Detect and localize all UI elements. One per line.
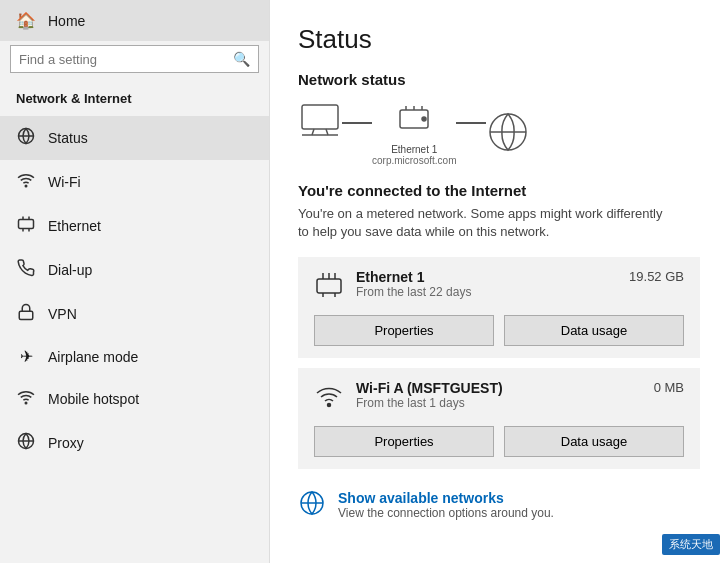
sidebar: 🏠 Home 🔍 Network & Internet Status Wi-Fi <box>0 0 270 563</box>
svg-line-15 <box>326 129 328 135</box>
page-title: Status <box>298 24 700 55</box>
ethernet1-properties-button[interactable]: Properties <box>314 315 494 346</box>
vpn-icon <box>16 303 36 325</box>
search-input[interactable] <box>19 52 233 67</box>
ethernet1-buttons: Properties Data usage <box>314 315 684 346</box>
sidebar-item-ethernet-label: Ethernet <box>48 218 101 234</box>
watermark: 系统天地 <box>662 534 720 555</box>
sidebar-item-vpn[interactable]: VPN <box>0 292 269 336</box>
network-diagram: Ethernet 1 corp.microsoft.com <box>298 102 700 166</box>
status-icon <box>16 127 36 149</box>
show-networks-sub: View the connection options around you. <box>338 506 554 520</box>
ethernet-icon <box>16 215 36 237</box>
connection-desc: You're on a metered network. Some apps m… <box>298 205 668 241</box>
sidebar-item-ethernet[interactable]: Ethernet <box>0 204 269 248</box>
wifi-a-data-usage-button[interactable]: Data usage <box>504 426 684 457</box>
svg-line-14 <box>312 129 314 135</box>
show-networks-icon <box>298 489 326 520</box>
ethernet1-sub: From the last 22 days <box>356 285 629 299</box>
show-networks-title: Show available networks <box>338 490 554 506</box>
svg-rect-8 <box>19 311 33 319</box>
net-line-1 <box>342 122 372 124</box>
wifi-a-data: 0 MB <box>654 380 684 395</box>
ethernet1-data-usage-button[interactable]: Data usage <box>504 315 684 346</box>
sidebar-item-vpn-label: VPN <box>48 306 77 322</box>
sidebar-item-status[interactable]: Status <box>0 116 269 160</box>
router-icon: Ethernet 1 corp.microsoft.com <box>372 102 456 166</box>
ethernet-card-icon <box>314 271 344 305</box>
net-line-2 <box>456 122 486 124</box>
ethernet-card: Ethernet 1 From the last 22 days 19.52 G… <box>298 257 700 358</box>
ethernet1-name: Ethernet 1 <box>356 269 629 285</box>
sidebar-item-airplane[interactable]: ✈ Airplane mode <box>0 336 269 377</box>
wifi-a-card: Wi-Fi A (MSFTGUEST) From the last 1 days… <box>298 368 700 469</box>
sidebar-home-button[interactable]: 🏠 Home <box>0 0 269 41</box>
sidebar-item-proxy[interactable]: Proxy <box>0 421 269 465</box>
sidebar-item-dialup[interactable]: Dial-up <box>0 248 269 292</box>
sidebar-item-hotspot[interactable]: Mobile hotspot <box>0 377 269 421</box>
sidebar-section-title: Network & Internet <box>0 83 269 116</box>
sidebar-home-label: Home <box>48 13 85 29</box>
ethernet1-data: 19.52 GB <box>629 269 684 284</box>
wifi-a-properties-button[interactable]: Properties <box>314 426 494 457</box>
sidebar-item-status-label: Status <box>48 130 88 146</box>
sidebar-item-wifi[interactable]: Wi-Fi <box>0 160 269 204</box>
svg-rect-12 <box>302 105 338 129</box>
svg-rect-23 <box>317 279 341 293</box>
svg-point-29 <box>328 404 331 407</box>
svg-point-20 <box>422 117 426 121</box>
wifi-a-buttons: Properties Data usage <box>314 426 684 457</box>
show-networks-button[interactable]: Show available networks View the connect… <box>298 479 700 530</box>
wifi-icon <box>16 171 36 193</box>
sidebar-item-proxy-label: Proxy <box>48 435 84 451</box>
svg-point-9 <box>25 402 27 404</box>
search-icon: 🔍 <box>233 51 250 67</box>
network-status-title: Network status <box>298 71 700 88</box>
dialup-icon <box>16 259 36 281</box>
proxy-icon <box>16 432 36 454</box>
wifi-a-name: Wi-Fi A (MSFTGUEST) <box>356 380 654 396</box>
connection-status: You're connected to the Internet <box>298 182 700 199</box>
sidebar-item-airplane-label: Airplane mode <box>48 349 138 365</box>
hotspot-icon <box>16 388 36 410</box>
globe-icon <box>486 110 530 158</box>
airplane-icon: ✈ <box>16 347 36 366</box>
wifi-a-sub: From the last 1 days <box>356 396 654 410</box>
main-content: Status Network status Ethernet 1 <box>270 0 728 563</box>
svg-point-2 <box>25 185 27 187</box>
wifi-a-card-icon <box>314 382 344 416</box>
sidebar-item-dialup-label: Dial-up <box>48 262 92 278</box>
computer-icon <box>298 103 342 165</box>
sidebar-item-wifi-label: Wi-Fi <box>48 174 81 190</box>
home-icon: 🏠 <box>16 11 36 30</box>
search-box[interactable]: 🔍 <box>10 45 259 73</box>
svg-rect-3 <box>19 220 34 229</box>
sidebar-item-hotspot-label: Mobile hotspot <box>48 391 139 407</box>
